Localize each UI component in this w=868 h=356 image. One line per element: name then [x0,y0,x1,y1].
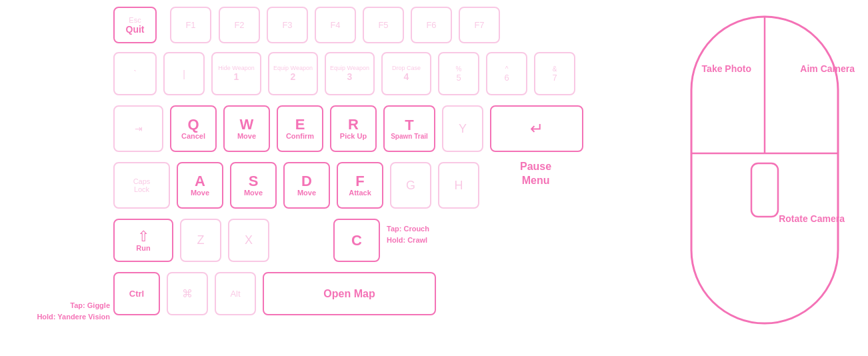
key-c[interactable]: C [333,219,380,262]
key-a-letter: A [195,174,205,189]
key-f6-label: F6 [426,20,436,30]
key-s-letter: S [249,174,259,189]
key-f[interactable]: F Attack [337,162,383,209]
key-s[interactable]: S Move [230,162,277,209]
key-x[interactable]: X [228,219,269,262]
key-2-action: Equip Weapon [273,65,313,72]
key-pipe[interactable]: | [163,52,205,95]
rotate-camera-label: Rotate Camera [779,213,845,224]
svg-rect-3 [751,163,778,217]
key-w-action: Move [237,132,256,140]
mouse-diagram [671,10,858,343]
key-space-label: Open Map [323,288,375,300]
key-2[interactable]: Equip Weapon 2 [268,52,318,95]
key-4-action: Drop Case [392,65,421,72]
key-1-label: 1 [234,71,239,82]
key-d[interactable]: D Move [283,162,330,209]
key-e-action: Confirm [286,132,314,140]
key-w[interactable]: W Move [223,105,270,152]
key-c-action-label: Tap: CrouchHold: Crawl [387,223,429,245]
key-z[interactable]: Z [180,219,221,262]
key-capslock[interactable]: Caps Lock [113,162,170,209]
key-f-action: Attack [349,189,371,197]
key-1[interactable]: Hide Weapon 1 [211,52,261,95]
key-f2[interactable]: F2 [219,7,260,43]
key-e-letter: E [295,117,305,132]
key-f-letter: F [355,174,364,189]
key-f3-label: F3 [282,20,292,30]
key-f6[interactable]: F6 [411,7,452,43]
take-photo-label: Take Photo [702,63,751,74]
key-esc-top: Esc [129,16,141,24]
key-f5[interactable]: F5 [363,7,404,43]
key-tab[interactable]: ⇥ [113,105,163,152]
key-4[interactable]: Drop Case 4 [381,52,431,95]
key-g[interactable]: G [390,162,431,209]
key-esc[interactable]: Esc Quit [113,7,157,43]
key-6[interactable]: ^ 6 [486,52,527,95]
key-1-action: Hide Weapon [218,65,254,72]
key-d-action: Move [297,189,316,197]
key-q-action: Cancel [181,132,205,140]
key-t[interactable]: T Spawn Trail [383,105,435,152]
key-alt[interactable]: Alt [215,272,256,315]
key-cmd[interactable]: ⌘ [167,272,208,315]
key-a-action: Move [191,189,209,197]
key-space[interactable]: Open Map [263,272,436,315]
key-f7-label: F7 [474,20,484,30]
key-shift[interactable]: ⇧ Run [113,219,173,262]
key-4-label: 4 [404,71,409,82]
key-3-label: 3 [347,71,353,82]
key-f5-label: F5 [378,20,388,30]
key-d-letter: D [301,174,312,189]
key-r-letter: R [348,117,359,132]
key-r-action: Pick Up [340,132,367,140]
key-enter[interactable]: ↵ [490,105,583,152]
key-shift-action: Run [136,244,150,252]
key-h[interactable]: H [438,162,479,209]
key-3[interactable]: Equip Weapon 3 [325,52,375,95]
key-w-letter: W [240,117,254,132]
key-f3[interactable]: F3 [267,7,308,43]
key-backtick[interactable]: ` [113,52,157,95]
key-7[interactable]: & 7 [534,52,575,95]
aim-camera-label: Aim Camera [800,63,855,74]
key-t-letter: T [405,118,413,133]
key-q[interactable]: Q Cancel [170,105,217,152]
key-f1-label: F1 [185,20,195,30]
key-f4-label: F4 [330,20,340,30]
key-c-letter: C [351,233,362,248]
key-f7[interactable]: F7 [459,7,500,43]
pause-menu-label: PauseMenu [520,160,551,188]
key-f2-label: F2 [234,20,244,30]
key-2-label: 2 [291,71,296,82]
key-a[interactable]: A Move [177,162,223,209]
key-s-action: Move [244,189,263,197]
key-shift-letter: ⇧ [137,229,149,244]
key-f1[interactable]: F1 [170,7,211,43]
key-ctrl-action-label: Tap: GiggleHold: Yandere Vision [7,300,110,322]
key-esc-label: Quit [126,24,145,35]
key-ctrl-label: Ctrl [129,289,144,299]
key-3-action: Equip Weapon [330,65,369,72]
key-5[interactable]: % 5 [438,52,479,95]
key-r[interactable]: R Pick Up [330,105,377,152]
key-y[interactable]: Y [442,105,483,152]
key-e[interactable]: E Confirm [277,105,323,152]
key-f4[interactable]: F4 [315,7,356,43]
key-t-action: Spawn Trail [391,133,428,140]
key-q-letter: Q [187,117,199,132]
key-ctrl[interactable]: Ctrl [113,272,160,315]
